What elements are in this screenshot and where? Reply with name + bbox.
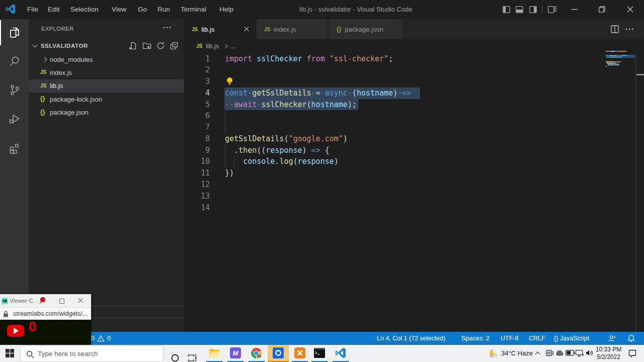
menu-help[interactable]: Help	[219, 0, 233, 19]
minimap-line	[618, 51, 625, 52]
minimize-icon[interactable]	[572, 9, 578, 10]
customize-layout-icon[interactable]	[548, 6, 556, 13]
minimap-line	[615, 63, 616, 64]
status-utf-8[interactable]: UTF-8	[501, 332, 518, 345]
sidebar-item-extensions[interactable]	[0, 136, 29, 161]
new-folder-icon[interactable]	[142, 42, 151, 50]
streamlabs-desktop-icon	[273, 347, 284, 358]
onedrive-tray-icon[interactable]	[555, 350, 564, 356]
toggle-secondary-sidebar-icon[interactable]	[529, 6, 537, 13]
lightbulb-icon[interactable]	[225, 77, 234, 85]
taskbar-app-streamlabs[interactable]	[268, 345, 289, 362]
file-row-package-lock.json[interactable]: {}package-lock.json	[29, 93, 184, 106]
line-number: 6	[184, 110, 210, 122]
tab-index.js[interactable]: JSindex.js	[257, 19, 328, 39]
menu-selection[interactable]: Selection	[70, 0, 99, 19]
file-row-lib.js[interactable]: JSlib.js	[29, 79, 184, 93]
editor-group: ··· JSlib.jsJSindex.js{}package.json JS …	[184, 19, 644, 332]
explorer-more-actions[interactable]: ···	[163, 23, 172, 32]
task-view-icon[interactable]	[188, 349, 197, 362]
taskbar-app-chrome[interactable]	[246, 345, 267, 362]
code-editor[interactable]: 1import sslChecker from "ssl-checker";23…	[184, 53, 644, 332]
network-tray-icon[interactable]	[576, 350, 584, 356]
weather-status[interactable]: 34°C Haze	[501, 345, 533, 361]
new-file-icon[interactable]	[129, 42, 137, 50]
notifications-bell-icon[interactable]	[627, 334, 635, 342]
taskbar-search[interactable]: Type here to search	[20, 345, 164, 362]
menu-run[interactable]: Run	[157, 0, 170, 19]
tab-label: lib.js	[201, 26, 214, 33]
file-row-index.js[interactable]: JSindex.js	[29, 66, 184, 79]
sidebar-item-source-control[interactable]	[0, 77, 29, 103]
json-file-icon: {}	[337, 26, 341, 33]
line-number: 14	[184, 202, 210, 214]
start-button[interactable]	[6, 349, 14, 357]
status-spaces-2[interactable]: Spaces: 2	[461, 332, 490, 345]
code-line-8: getSslDetails("google.com")	[225, 133, 348, 145]
restore-icon[interactable]	[599, 6, 605, 13]
action-center-icon[interactable]	[628, 349, 636, 357]
menu-terminal[interactable]: Terminal	[181, 0, 206, 19]
window-title: lib.js - sslvalidator - Visual Studio Co…	[299, 0, 412, 19]
overview-cursor-marker	[636, 74, 644, 75]
menu-go[interactable]: Go	[138, 0, 147, 19]
editor-more-actions[interactable]: ···	[625, 19, 634, 39]
viewer-window-titlebar[interactable]: Viewer C...	[0, 294, 91, 308]
folder-section-header[interactable]: SSLVALIDATOR	[29, 39, 184, 52]
tab-lib.js[interactable]: JSlib.js	[184, 19, 257, 39]
source-control-icon	[8, 83, 21, 97]
js-file-icon: JS	[40, 69, 46, 75]
sidebar-item-run-debug[interactable]	[0, 107, 29, 132]
taskbar-app-terminal[interactable]	[309, 345, 330, 362]
viewer-window-urlbar[interactable]: streamlabs.com/widgets/...	[0, 308, 91, 320]
feedback-icon[interactable]	[608, 335, 617, 342]
minimap-line	[606, 66, 607, 67]
status-crlf[interactable]: CRLF	[529, 332, 545, 345]
menu-edit[interactable]: Edit	[48, 0, 59, 19]
tab-label: package.json	[345, 26, 383, 33]
line-number: 8	[184, 133, 210, 145]
chevron-right-icon	[223, 44, 227, 48]
breadcrumb-file: lib.js	[206, 42, 219, 50]
taskbar-app-m[interactable]: M	[225, 345, 246, 362]
viewer-window-maximize[interactable]	[59, 299, 64, 304]
taskbar-app-xampp[interactable]	[289, 345, 310, 362]
battery-tray-icon[interactable]	[566, 350, 575, 356]
minimap-line	[619, 64, 619, 65]
tray-expand-icon[interactable]	[535, 352, 540, 357]
sidebar-item-explorer[interactable]	[0, 20, 29, 45]
toggle-sidebar-icon[interactable]	[503, 6, 510, 13]
viewer-window-url: streamlabs.com/widgets/...	[13, 308, 88, 320]
taskbar-app-vscode[interactable]	[330, 345, 351, 362]
status-bar: 0 0 Ln 4, Col 1 (72 selected)Spaces: 2UT…	[0, 332, 644, 345]
volume-tray-icon[interactable]	[586, 349, 594, 356]
status--javascript[interactable]: {} JavaScript	[554, 332, 589, 345]
problems-status[interactable]: 0 0	[91, 332, 111, 345]
tray-clock[interactable]: 10:33 PM 5/2/2022	[594, 346, 623, 361]
line-number: 9	[184, 145, 210, 156]
file-name: node_modules	[50, 56, 93, 63]
status-ln-4-col-1-72-selected-[interactable]: Ln 4, Col 1 (72 selected)	[377, 332, 445, 345]
close-tab-icon[interactable]	[243, 25, 251, 33]
menu-view[interactable]: View	[112, 0, 126, 19]
collapse-all-icon[interactable]	[170, 42, 178, 50]
minimap-line	[621, 57, 622, 57]
viewer-window-close[interactable]	[77, 298, 84, 304]
taskbar-app-file-explorer[interactable]	[204, 345, 225, 362]
toggle-panel-icon[interactable]	[516, 6, 523, 13]
viewer-window-title: Viewer C...	[10, 294, 38, 308]
obs-tray-icon[interactable]	[546, 350, 553, 356]
weather-icon[interactable]	[489, 348, 500, 358]
split-editor-icon[interactable]	[611, 25, 619, 33]
sidebar-item-search[interactable]	[0, 49, 29, 74]
breadcrumb[interactable]: JS lib.js ...	[184, 39, 644, 53]
viewer-count-window[interactable]: Viewer C... streamlabs.com/widgets/... 0	[0, 294, 91, 345]
close-icon[interactable]	[627, 6, 633, 13]
file-row-node_modules[interactable]: node_modules	[29, 53, 184, 66]
js-file-icon: JS	[192, 27, 198, 32]
refresh-icon[interactable]	[156, 42, 165, 50]
menu-file[interactable]: File	[27, 0, 38, 19]
file-row-package.json[interactable]: {}package.json	[29, 106, 184, 119]
cortana-icon[interactable]	[171, 349, 179, 362]
tab-package.json[interactable]: {}package.json	[329, 19, 403, 39]
